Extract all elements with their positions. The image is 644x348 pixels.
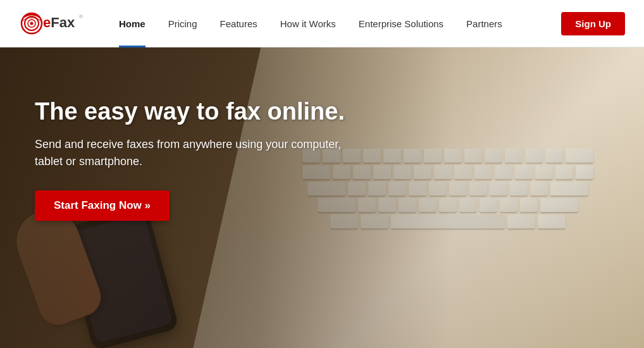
svg-text:eFax: eFax bbox=[43, 15, 75, 30]
hero-content: The easy way to fax online. Send and rec… bbox=[35, 98, 364, 221]
nav-item-partners[interactable]: Partners bbox=[455, 0, 514, 47]
logo[interactable]: eFax ® bbox=[19, 9, 89, 38]
hero-section: The easy way to fax online. Send and rec… bbox=[0, 47, 644, 348]
nav-item-enterprise[interactable]: Enterprise Solutions bbox=[347, 0, 455, 47]
nav-item-pricing[interactable]: Pricing bbox=[157, 0, 209, 47]
nav-item-features[interactable]: Features bbox=[209, 0, 269, 47]
svg-point-3 bbox=[30, 22, 34, 25]
nav-item-home[interactable]: Home bbox=[108, 0, 157, 47]
signup-button[interactable]: Sign Up bbox=[561, 12, 625, 35]
nav-links: Home Pricing Features How it Works Enter… bbox=[108, 0, 561, 47]
svg-text:®: ® bbox=[79, 14, 83, 20]
navbar: eFax ® Home Pricing Features How it Work… bbox=[0, 0, 644, 47]
hero-subtitle: Send and receive faxes from anywhere usi… bbox=[35, 136, 364, 170]
hero-title: The easy way to fax online. bbox=[35, 98, 364, 126]
nav-item-how-it-works[interactable]: How it Works bbox=[269, 0, 347, 47]
cta-button[interactable]: Start Faxing Now » bbox=[35, 190, 170, 221]
